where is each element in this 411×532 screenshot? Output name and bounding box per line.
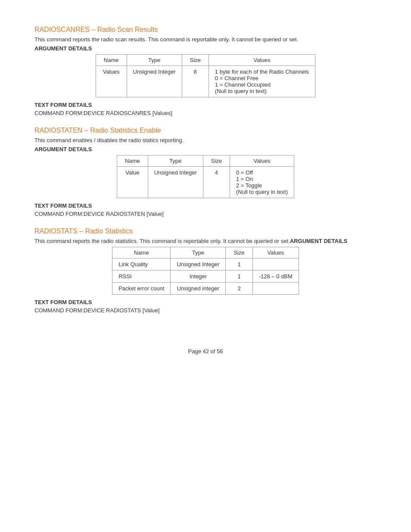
radiostats-table-wrapper: Name Type Size Values Link Quality Unsig… xyxy=(34,247,377,295)
cell-values: 0 = Off 1 = On 2 = Toggle (Null to query… xyxy=(230,167,294,198)
cell-name: Value xyxy=(117,167,148,198)
table-row: RSSI Integer 1 -128 – 0 dBM xyxy=(112,271,299,283)
radiostaten-title: RADIOSTATEN – Radio Statistics Enable xyxy=(34,127,377,134)
radiostats-command-form: COMMAND FORM:DEVICE RADIOSTATS [Value] xyxy=(34,307,377,314)
radioscanres-description: This command reports the radio scan resu… xyxy=(34,36,377,43)
col-name: Name xyxy=(112,247,171,258)
radioscanres-section: RADIOSCANRES – Radio Scan Results This c… xyxy=(34,26,377,116)
cell-values xyxy=(252,258,299,271)
cell-name: Values xyxy=(96,66,127,97)
cell-type: Unsigned Integer xyxy=(148,167,203,198)
table-row: Packet error count Unsigned integer 2 xyxy=(112,283,299,295)
table-row: Value Unsigned Integer 4 0 = Off 1 = On … xyxy=(117,167,294,198)
cell-type: Integer xyxy=(171,271,226,283)
col-name: Name xyxy=(117,156,148,167)
radiostats-section: RADIOSTATS – Radio Statistics This comma… xyxy=(34,227,377,314)
radiostaten-arg-label: ARGUMENT DETAILS xyxy=(34,146,377,152)
col-values: Values xyxy=(252,247,299,258)
page-number: Page 42 of 56 xyxy=(188,348,223,355)
radiostaten-section: RADIOSTATEN – Radio Statistics Enable Th… xyxy=(34,127,377,217)
radioscanres-table: Name Type Size Values Values Unsigned In… xyxy=(96,54,315,97)
col-values: Values xyxy=(209,55,315,66)
col-type: Type xyxy=(148,156,203,167)
cell-type: Unsigned integer xyxy=(171,283,226,295)
cell-size: 4 xyxy=(203,167,230,198)
radiostaten-text-form-label: TEXT FORM DETAILS xyxy=(34,202,377,209)
radiostats-text-form-label: TEXT FORM DETAILS xyxy=(34,299,377,305)
cell-size: 1 xyxy=(226,258,252,271)
cell-name: RSSI xyxy=(112,271,171,283)
cell-values: -128 – 0 dBM xyxy=(252,271,299,283)
cell-type: Unsigned Integer xyxy=(127,66,182,97)
col-type: Type xyxy=(127,55,182,66)
col-values: Values xyxy=(230,156,294,167)
col-size: Size xyxy=(226,247,252,258)
cell-values xyxy=(252,283,299,295)
radiostaten-table-wrapper: Name Type Size Values Value Unsigned Int… xyxy=(34,155,377,198)
radioscanres-table-wrapper: Name Type Size Values Values Unsigned In… xyxy=(34,54,377,97)
radioscanres-command-form: COMMAND FORM:DEVICE RADIOSCANRES [Values… xyxy=(34,110,377,116)
radiostats-table: Name Type Size Values Link Quality Unsig… xyxy=(112,247,299,295)
table-row: Link Quality Unsigned Integer 1 xyxy=(112,258,299,271)
cell-size: 8 xyxy=(182,66,209,97)
page-footer: Page 42 of 56 xyxy=(34,348,377,355)
col-size: Size xyxy=(182,55,209,66)
radiostaten-table: Name Type Size Values Value Unsigned Int… xyxy=(117,155,294,198)
radioscanres-text-form-label: TEXT FORM DETAILS xyxy=(34,102,377,108)
radiostats-description: This command reports the radio statistic… xyxy=(34,238,377,244)
col-type: Type xyxy=(171,247,226,258)
col-size: Size xyxy=(203,156,230,167)
cell-name: Link Quality xyxy=(112,258,171,271)
cell-values: 1 byte for each of the Radio Channels 0 … xyxy=(209,66,315,97)
radiostaten-command-form: COMMAND FORM:DEVICE RADIOSTATEN [Value] xyxy=(34,211,377,217)
cell-size: 1 xyxy=(226,271,252,283)
cell-size: 2 xyxy=(226,283,252,295)
col-name: Name xyxy=(96,55,127,66)
radiostats-title: RADIOSTATS – Radio Statistics xyxy=(34,227,377,235)
cell-type: Unsigned Integer xyxy=(171,258,226,271)
radioscanres-title: RADIOSCANRES – Radio Scan Results xyxy=(34,26,377,34)
radiostaten-description: This command enables / disables the radi… xyxy=(34,137,377,143)
table-row: Values Unsigned Integer 8 1 byte for eac… xyxy=(96,66,315,97)
radioscanres-arg-label: ARGUMENT DETAILS xyxy=(34,45,377,52)
cell-name: Packet error count xyxy=(112,283,171,295)
